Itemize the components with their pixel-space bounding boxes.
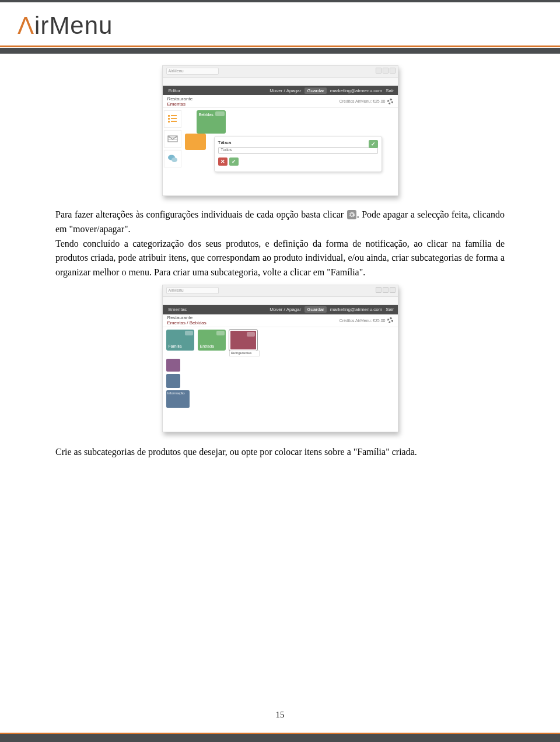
mover-apagar-label: Mover / Apagar bbox=[270, 307, 301, 312]
dropdown-field: Todos bbox=[218, 147, 378, 154]
app-toolbar: Ementas Mover / Apagar Guardar marketing… bbox=[163, 305, 398, 314]
airmenu-logo: ΛirMenu bbox=[18, 12, 542, 40]
cancel-x-icon: ✕ bbox=[218, 158, 228, 166]
para1-part3: Tendo concluído a categorização dos seus… bbox=[55, 239, 505, 278]
tile-caption: Refrigerantes bbox=[229, 351, 260, 356]
mover-apagar-label: Mover / Apagar bbox=[270, 88, 301, 93]
app-subheader: Restaurante Ementas Créditos AirMenu: €2… bbox=[163, 95, 398, 108]
page-header: ΛirMenu bbox=[0, 2, 560, 46]
logo-lambda: Λ bbox=[18, 12, 34, 39]
refrigerantes-tile: Refrigerantes bbox=[229, 330, 257, 351]
browser-tab: AirMenu bbox=[166, 68, 219, 75]
gear-icon bbox=[387, 99, 393, 104]
confirm-tick-icon: ✓ bbox=[369, 140, 378, 148]
envelope-icon bbox=[164, 130, 181, 148]
accept-check-icon: ✓ bbox=[229, 158, 239, 166]
svg-rect-4 bbox=[168, 121, 170, 123]
header-orange-line bbox=[0, 46, 560, 47]
editor-label: Editor bbox=[169, 88, 181, 93]
app-toolbar: Editor Mover / Apagar Guardar marketing@… bbox=[163, 86, 398, 95]
breadcrumb-top: Restaurante bbox=[167, 96, 193, 102]
window-controls bbox=[376, 287, 396, 293]
checklist-icon bbox=[164, 110, 181, 128]
credits-label: Créditos AirMenu: €25.00 bbox=[340, 317, 393, 323]
chat-icon bbox=[164, 150, 181, 167]
browser-tab: AirMenu bbox=[166, 287, 219, 294]
panel-body: Família Entrada Refrigerantes Informação bbox=[163, 327, 398, 432]
credits-label: Créditos AirMenu: €25.00 bbox=[340, 99, 393, 104]
guardar-button: Guardar bbox=[304, 306, 326, 313]
guardar-button: Guardar bbox=[304, 88, 326, 94]
browser-chrome: AirMenu bbox=[163, 66, 398, 78]
side-stubs: Informação bbox=[166, 359, 190, 408]
svg-rect-1 bbox=[171, 115, 177, 116]
edit-popup: ✓ Tábua Todos ✕ ✓ bbox=[214, 136, 382, 172]
purple-stub-tile bbox=[166, 359, 180, 372]
svg-rect-5 bbox=[171, 121, 177, 122]
header-dark-line bbox=[0, 48, 560, 54]
app-subheader: Restaurante Ementas / Bebidas Créditos A… bbox=[163, 314, 398, 327]
svg-rect-2 bbox=[168, 118, 170, 120]
blue-stub-tile bbox=[166, 374, 180, 388]
svg-rect-3 bbox=[171, 118, 177, 119]
gear-icon bbox=[347, 210, 356, 219]
user-label: marketing@airmenu.com bbox=[330, 307, 382, 312]
panel-body: Bebidas ✓ Tábua Todos ✕ ✓ bbox=[163, 108, 398, 195]
gear-icon bbox=[387, 317, 393, 323]
familia-tile: Família bbox=[166, 330, 194, 351]
screenshot-editor-panel: AirMenu Editor Mover / Apagar Guardar ma… bbox=[162, 65, 398, 196]
breadcrumb: Ementas / Bebidas bbox=[167, 320, 206, 326]
page-number: 15 bbox=[0, 710, 560, 720]
ementas-label: Ementas bbox=[169, 307, 187, 312]
screenshot-tiles-panel: AirMenu Ementas Mover / Apagar Guardar m… bbox=[162, 285, 398, 432]
entrada-tile: Entrada bbox=[198, 330, 226, 351]
bebidas-tile: Bebidas bbox=[197, 110, 226, 134]
address-bar bbox=[163, 78, 398, 86]
sidebar-icons bbox=[164, 110, 181, 167]
browser-chrome: AirMenu bbox=[163, 285, 398, 297]
paragraph-instructions-2: Crie as subcategorias de produtos que de… bbox=[55, 445, 505, 460]
breadcrumb: Ementas bbox=[167, 102, 193, 107]
sair-label: Sair bbox=[386, 88, 394, 93]
svg-rect-0 bbox=[168, 115, 170, 117]
breadcrumb-top: Restaurante bbox=[167, 315, 206, 320]
para1-part1: Para fazer alterações às configurações i… bbox=[55, 209, 346, 219]
paragraph-instructions-1: Para fazer alterações às configurações i… bbox=[55, 208, 505, 280]
svg-point-8 bbox=[172, 158, 177, 162]
address-bar bbox=[163, 297, 398, 305]
field-label: Tábua bbox=[218, 140, 378, 145]
sair-label: Sair bbox=[386, 307, 394, 312]
user-label: marketing@airmenu.com bbox=[330, 88, 382, 93]
document-content: AirMenu Editor Mover / Apagar Guardar ma… bbox=[0, 54, 560, 460]
tile-row: Família Entrada Refrigerantes bbox=[166, 330, 257, 351]
window-controls bbox=[376, 68, 396, 74]
footer-bar bbox=[0, 733, 560, 742]
info-tile: Informação bbox=[166, 390, 190, 408]
logo-text: irMenu bbox=[34, 12, 113, 39]
